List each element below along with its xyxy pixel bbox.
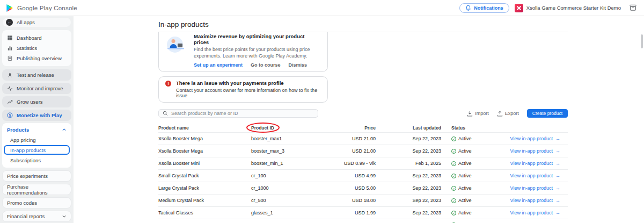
product-id-header-label: Product ID — [251, 125, 274, 131]
import-button[interactable]: Import — [467, 111, 489, 117]
col-header-product-name: Product name — [158, 125, 251, 131]
dashboard-grid-icon — [6, 35, 13, 41]
last-updated-cell: Sep 22, 2023 — [376, 185, 441, 191]
action-cell: View in-app product → — [500, 185, 568, 191]
promo-body: Find the best price points for your prod… — [194, 47, 321, 59]
notifications-button[interactable]: Notifications — [459, 3, 509, 13]
search-box — [158, 109, 318, 118]
create-product-button[interactable]: Create product — [527, 109, 568, 118]
price-cell: USD 21.00 — [332, 136, 376, 141]
sidebar-item-label: Subscriptions — [10, 157, 41, 163]
price-cell: USD 1.99 — [332, 210, 376, 215]
table-row: Small Crystal Pack cr_100 USD 4.99 Sep 2… — [158, 169, 568, 182]
go-to-course-button[interactable]: Go to course — [251, 62, 281, 68]
table-row: Xsolla Booster Mega booster_max_3 USD 21… — [158, 145, 568, 157]
app-icon — [515, 4, 523, 12]
price-cell: USD 0.99 - Vik — [332, 161, 376, 166]
product-name-cell: Xsolla Booster Mini — [158, 161, 251, 166]
promo-title: Maximize revenue by optimizing your prod… — [194, 33, 321, 45]
product-name-cell: Tactical Glasses — [158, 210, 251, 215]
sidebar-item-subscriptions[interactable]: Subscriptions — [4, 155, 70, 165]
scrollbar-thumb[interactable] — [641, 34, 643, 48]
status-cell: ✓ Active — [441, 136, 500, 141]
status-label: Active — [458, 210, 472, 215]
check-circle-icon: ✓ — [451, 174, 456, 178]
sidebar-item-promo-codes[interactable]: Promo codes — [2, 197, 71, 208]
arrow-right-icon: → — [555, 173, 560, 178]
status-cell: ✓ Active — [441, 185, 500, 191]
table-row: Medium Crystal Pack cr_500 USD 18.00 Sep… — [158, 194, 568, 206]
sidebar-item-dashboard[interactable]: Dashboard — [2, 33, 71, 43]
sidebar-item-price-experiments[interactable]: Price experiments — [2, 170, 71, 182]
status-label: Active — [458, 148, 472, 154]
error-icon: ! — [165, 81, 171, 87]
last-updated-cell: Feb 1, 2025 — [376, 161, 441, 166]
col-header-price: Price — [332, 125, 376, 131]
products-section: Products App pricing In-app products Sub… — [2, 123, 71, 168]
table-row: Xsolla Booster Mega booster_max1 USD 21.… — [158, 132, 568, 145]
pulse-icon — [6, 85, 13, 92]
import-label: Import — [475, 111, 489, 116]
sidebar-item-grow-users[interactable]: Grow users — [2, 96, 71, 107]
sidebar-item-test-and-release[interactable]: Test and release — [2, 69, 71, 81]
view-in-app-product-link[interactable]: View in-app product — [510, 136, 553, 141]
product-name-cell: Large Crystal Pack — [158, 185, 251, 191]
view-in-app-product-link[interactable]: View in-app product — [510, 198, 553, 203]
archive-button[interactable] — [628, 3, 638, 12]
status-cell: ✓ Active — [441, 173, 500, 178]
sidebar-item-label: In-app products — [10, 147, 46, 153]
product-id-cell: booster_max_3 — [251, 148, 332, 154]
view-in-app-product-link[interactable]: View in-app product — [510, 210, 553, 215]
all-apps-button[interactable]: ← All apps — [3, 18, 71, 27]
play-console-logo[interactable]: Google Play Console — [5, 4, 77, 12]
app-name: Xsolla Game Commerce Starter Kit Demo — [526, 5, 621, 11]
sidebar-item-purchase-recommendations[interactable]: Purchase recommendations — [2, 184, 71, 195]
col-header-last-updated: Last updated — [376, 125, 441, 131]
set-up-experiment-button[interactable]: Set up an experiment — [194, 62, 243, 68]
sidebar-item-monetize-with-play[interactable]: $ Monetize with Play — [2, 110, 71, 121]
product-id-cell: booster_min_1 — [251, 161, 332, 166]
product-name-cell: Xsolla Booster Mega — [158, 136, 251, 141]
action-cell: View in-app product → — [500, 148, 568, 154]
sidebar-item-financial-reports[interactable]: Financial reports — [2, 211, 71, 222]
notifications-label: Notifications — [474, 5, 503, 11]
view-in-app-product-link[interactable]: View in-app product — [510, 161, 553, 166]
arrow-right-icon: → — [555, 185, 560, 191]
status-cell: ✓ Active — [441, 148, 500, 154]
sidebar-item-monitor-and-improve[interactable]: Monitor and improve — [2, 83, 71, 94]
products-table: Product name Product ID Price Last updat… — [158, 124, 568, 223]
table-header: Product name Product ID Price Last updat… — [158, 124, 568, 132]
sidebar-item-in-app-products[interactable]: In-app products — [4, 145, 70, 155]
table-toolbar: Import Export Create product — [158, 109, 568, 118]
play-triangle-icon — [5, 4, 14, 12]
sidebar-item-products[interactable]: Products — [2, 125, 71, 134]
sidebar-item-publishing-overview[interactable]: Publishing overview — [2, 53, 71, 63]
view-in-app-product-link[interactable]: View in-app product — [510, 173, 553, 178]
arrow-right-icon: → — [555, 136, 560, 141]
action-cell: View in-app product → — [500, 210, 568, 215]
promo-illustration — [164, 36, 187, 55]
export-button[interactable]: Export — [497, 111, 519, 117]
sidebar-item-label: Statistics — [17, 45, 37, 51]
view-in-app-product-link[interactable]: View in-app product — [510, 148, 553, 154]
sidebar-overview-group: Dashboard Statistics Publishing overview — [2, 30, 71, 66]
alert-body: Contact your account owner for more info… — [176, 88, 321, 98]
sidebar-item-label: Dashboard — [17, 35, 41, 41]
sidebar-item-app-pricing[interactable]: App pricing — [4, 135, 70, 145]
back-arrow-icon: ← — [6, 19, 13, 26]
sidebar-item-label: Monetize with Play — [17, 112, 62, 118]
search-input[interactable] — [171, 111, 314, 116]
dismiss-button[interactable]: Dismiss — [289, 62, 308, 68]
all-apps-label: All apps — [17, 19, 35, 25]
status-cell: ✓ Active — [441, 198, 500, 203]
top-bar: Google Play Console Notifications Xsolla… — [0, 0, 644, 16]
action-cell: View in-app product → — [500, 198, 568, 203]
sidebar-item-label: Test and release — [17, 72, 54, 78]
last-updated-cell: Sep 22, 2023 — [376, 173, 441, 178]
arrow-right-icon: → — [555, 161, 560, 166]
app-switcher[interactable]: Xsolla Game Commerce Starter Kit Demo — [515, 4, 621, 12]
sidebar-item-statistics[interactable]: Statistics — [2, 43, 71, 53]
check-circle-icon: ✓ — [451, 136, 456, 141]
view-in-app-product-link[interactable]: View in-app product — [510, 185, 553, 191]
archive-box-icon — [630, 4, 636, 11]
